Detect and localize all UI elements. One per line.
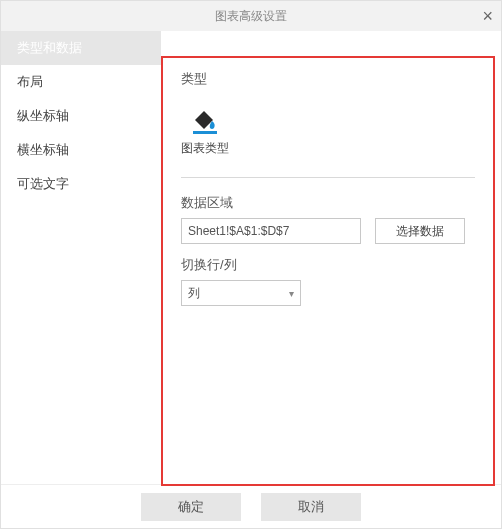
dialog-title: 图表高级设置 (215, 8, 287, 25)
sidebar-item-label: 布局 (17, 74, 43, 89)
sidebar-item-label: 可选文字 (17, 176, 69, 191)
chevron-down-icon: ▾ (289, 288, 294, 299)
ok-button[interactable]: 确定 (141, 493, 241, 521)
sidebar-item-vertical-axis[interactable]: 纵坐标轴 (1, 99, 161, 133)
svg-rect-0 (193, 131, 217, 134)
sidebar-item-label: 类型和数据 (17, 40, 82, 55)
sidebar-item-label: 纵坐标轴 (17, 108, 69, 123)
sidebar-item-horizontal-axis[interactable]: 横坐标轴 (1, 133, 161, 167)
type-section-label: 类型 (181, 70, 475, 88)
sidebar-item-layout[interactable]: 布局 (1, 65, 161, 99)
footer: 确定 取消 (1, 484, 501, 528)
dialog-body: 类型和数据 布局 纵坐标轴 横坐标轴 可选文字 类型 (1, 31, 501, 484)
paint-bucket-icon (189, 106, 221, 134)
data-range-input[interactable] (181, 218, 361, 244)
switch-rowcol-select[interactable]: 列 ▾ (181, 280, 301, 306)
sidebar-item-type-and-data[interactable]: 类型和数据 (1, 31, 161, 65)
sidebar-item-label: 横坐标轴 (17, 142, 69, 157)
chart-advanced-settings-dialog: 图表高级设置 × 类型和数据 布局 纵坐标轴 横坐标轴 可选文字 类型 (0, 0, 502, 529)
cancel-button[interactable]: 取消 (261, 493, 361, 521)
switch-rowcol-value: 列 (188, 285, 200, 302)
chart-type-caption: 图表类型 (181, 140, 229, 157)
select-data-button[interactable]: 选择数据 (375, 218, 465, 244)
titlebar: 图表高级设置 × (1, 1, 501, 31)
main-panel: 类型 图表类型 数据区域 选择数据 (161, 31, 501, 484)
switch-rowcol-label: 切换行/列 (181, 256, 475, 274)
close-icon[interactable]: × (482, 1, 493, 31)
switch-rowcol-row: 列 ▾ (181, 280, 475, 306)
data-range-row: 选择数据 (181, 218, 475, 244)
sidebar-item-alt-text[interactable]: 可选文字 (1, 167, 161, 201)
data-range-label: 数据区域 (181, 194, 475, 212)
divider (181, 177, 475, 178)
sidebar: 类型和数据 布局 纵坐标轴 横坐标轴 可选文字 (1, 31, 161, 484)
highlighted-region: 类型 图表类型 数据区域 选择数据 (161, 56, 495, 486)
chart-type-button[interactable]: 图表类型 (181, 106, 229, 157)
